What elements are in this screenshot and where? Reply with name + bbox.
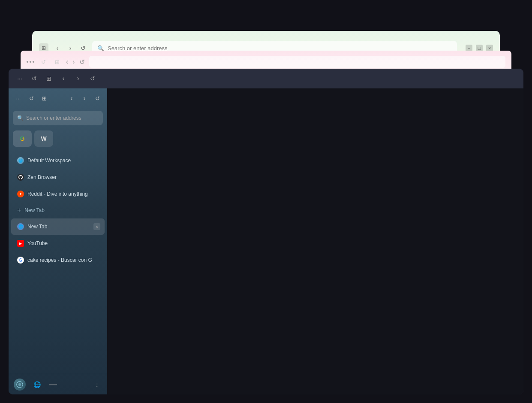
main-content: ··· ↺ ⊞ ‹ › ↺ 🔍 G W bbox=[9, 88, 523, 394]
toolbar-forward-btn[interactable]: › bbox=[73, 73, 83, 84]
tab-youtube-title: YouTube bbox=[27, 240, 100, 246]
tab-zen-browser[interactable]: Zen Browser bbox=[11, 169, 105, 185]
sidebar-dash-btn[interactable]: — bbox=[48, 379, 58, 390]
mid-dot-1 bbox=[27, 61, 28, 63]
tabs-section: 🌐 Default Workspace Zen Browser r Reddit… bbox=[9, 150, 107, 374]
toolbar-refresh-btn[interactable]: ↺ bbox=[87, 73, 98, 84]
youtube-favicon: ▶ bbox=[17, 240, 24, 247]
tab-close-btn[interactable]: × bbox=[93, 223, 100, 230]
tab-default-workspace-title: Default Workspace bbox=[27, 158, 100, 164]
mid-sidebar-btn[interactable]: ⊞ bbox=[52, 57, 62, 67]
sidebar-reload-btn[interactable]: ↺ bbox=[93, 94, 102, 103]
sidebar-refresh-icon[interactable]: ↺ bbox=[27, 94, 36, 103]
toolbar-dots-btn[interactable]: ··· bbox=[15, 73, 25, 84]
google-search-favicon: G bbox=[17, 257, 24, 264]
tab-reddit-title: Reddit - Dive into anything bbox=[27, 191, 100, 197]
github-favicon bbox=[17, 174, 24, 181]
mid-reload-btn[interactable]: ↺ bbox=[39, 57, 48, 67]
sidebar-layout-btn[interactable]: ⊞ bbox=[39, 94, 49, 103]
mid-forward-btn[interactable]: › bbox=[72, 58, 75, 66]
sidebar-panel: ··· ↺ ⊞ ‹ › ↺ 🔍 G W bbox=[9, 88, 107, 394]
plus-icon: + bbox=[17, 206, 21, 214]
mid-back-btn[interactable]: ‹ bbox=[66, 58, 68, 66]
sidebar-search-bar[interactable]: 🔍 bbox=[13, 111, 103, 125]
workspace-favicon: 🌐 bbox=[17, 157, 24, 164]
sidebar-toolbar: ··· ↺ ⊞ ‹ › ↺ bbox=[9, 88, 107, 108]
pinned-google-icon[interactable]: G bbox=[13, 130, 32, 147]
sidebar-download-btn[interactable]: ↓ bbox=[92, 379, 102, 390]
mid-dots-menu[interactable] bbox=[27, 61, 34, 63]
tab-cake-recipes-title: cake recipes - Buscar con G bbox=[27, 257, 100, 263]
mid-dot-2 bbox=[30, 61, 31, 63]
toolbar-back-btn[interactable]: ‹ bbox=[58, 73, 69, 84]
reddit-favicon: r bbox=[17, 191, 24, 197]
tab-new-tab[interactable]: 🌐 New Tab × bbox=[11, 218, 105, 235]
content-pane bbox=[107, 88, 523, 394]
svg-point-1 bbox=[18, 383, 21, 385]
new-tab-button[interactable]: + New Tab bbox=[11, 203, 105, 218]
globe-favicon: 🌐 bbox=[17, 223, 24, 230]
tab-youtube[interactable]: ▶ YouTube bbox=[11, 235, 105, 251]
mid-address-bar[interactable] bbox=[89, 56, 505, 68]
sidebar-bottom-bar: 🌐 — ↓ bbox=[9, 374, 107, 394]
zen-logo[interactable] bbox=[14, 379, 26, 391]
toolbar-reload-btn[interactable]: ↺ bbox=[29, 73, 39, 84]
sidebar-back-btn[interactable]: ‹ bbox=[67, 94, 76, 103]
sidebar-search-icon: 🔍 bbox=[17, 115, 24, 121]
tab-default-workspace[interactable]: 🌐 Default Workspace bbox=[11, 152, 105, 169]
pinned-wikipedia-icon[interactable]: W bbox=[34, 130, 53, 147]
new-tab-label: New Tab bbox=[24, 207, 44, 213]
google-letter: G bbox=[20, 135, 25, 142]
mid-dot-3 bbox=[33, 61, 34, 63]
browser-window-main: ··· ↺ ⊞ ‹ › ↺ ··· ↺ ⊞ ‹ › ↺ 🔍 bbox=[9, 69, 523, 394]
tab-new-tab-title: New Tab bbox=[27, 224, 90, 230]
toolbar-sidebar-btn[interactable]: ⊞ bbox=[44, 73, 54, 84]
tab-cake-recipes[interactable]: G cake recipes - Buscar con G bbox=[11, 252, 105, 268]
sidebar-more-btn[interactable]: ··· bbox=[14, 94, 23, 103]
main-toolbar: ··· ↺ ⊞ ‹ › ↺ bbox=[9, 69, 523, 88]
sidebar-forward-btn[interactable]: › bbox=[80, 94, 89, 103]
tab-reddit[interactable]: r Reddit - Dive into anything bbox=[11, 186, 105, 202]
pinned-icons-row: G W bbox=[9, 129, 107, 150]
mid-refresh-btn[interactable]: ↺ bbox=[79, 58, 85, 66]
sidebar-search-input[interactable] bbox=[26, 115, 99, 121]
sidebar-globe-btn[interactable]: 🌐 bbox=[32, 379, 42, 390]
tab-zen-browser-title: Zen Browser bbox=[27, 174, 100, 180]
